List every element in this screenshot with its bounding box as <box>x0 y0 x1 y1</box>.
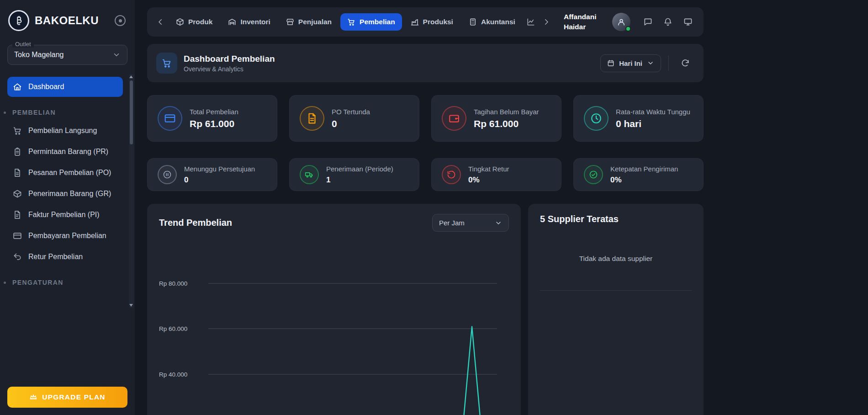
sidebar-scrollbar[interactable] <box>129 74 134 308</box>
bell-icon[interactable] <box>659 13 677 31</box>
stat-card-total-pembelian: Total Pembelian Rp 61.000 <box>147 95 277 142</box>
chart-title: Trend Pembelian <box>159 218 232 228</box>
scrollbar-thumb[interactable] <box>130 80 133 144</box>
stat-label: Tingkat Retur <box>468 165 509 174</box>
sidebar-item-faktur-pembelian[interactable]: Faktur Pembelian (PI) <box>7 205 123 225</box>
file-text-icon <box>13 168 22 177</box>
stat-card-menunggu-persetujuan: Menunggu Persetujuan 0 <box>147 158 277 191</box>
stat-label: Ketepatan Pengiriman <box>610 165 678 174</box>
nav-item-label: Produksi <box>423 18 453 26</box>
section-label: PENGATURAN <box>12 279 64 286</box>
sidebar-item-permintaan-barang[interactable]: Permintaan Barang (PR) <box>7 142 123 162</box>
monitor-icon[interactable] <box>679 13 697 31</box>
sidebar-item-label: Pesanan Pembelian (PO) <box>28 169 111 177</box>
sidebar: BAKOELKU Outlet Toko Magelang Dashboard … <box>0 0 135 415</box>
nav-item-penjualan[interactable]: Penjualan <box>279 13 339 31</box>
interval-dropdown[interactable]: Per Jam <box>432 214 509 232</box>
sidebar-item-pembelian-langsung[interactable]: Pembelian Langsung <box>7 121 123 141</box>
nav-scroll-left-button[interactable] <box>153 15 167 29</box>
chat-icon[interactable] <box>639 13 657 31</box>
stat-card-ketepatan-pengiriman: Ketepatan Pengiriman 0% <box>573 158 704 191</box>
nav-scroll-right-button[interactable] <box>540 15 553 29</box>
sidebar-item-label: Faktur Pembelian (PI) <box>28 211 100 219</box>
crown-icon <box>29 393 37 401</box>
y-tick-80000: Rp 80.000 <box>159 280 205 287</box>
nav-item-produksi[interactable]: Produksi <box>404 13 460 31</box>
nav-item-akuntansi[interactable]: Akuntansi <box>462 13 522 31</box>
clipboard-icon <box>13 147 22 156</box>
online-status-dot <box>625 26 631 32</box>
section-pengaturan: PENGATURAN <box>7 279 123 286</box>
period-filter-dropdown[interactable]: Hari Ini <box>600 54 661 72</box>
avatar[interactable] <box>612 13 630 31</box>
stat-value: 0 <box>332 118 370 129</box>
wallet-icon <box>442 106 466 131</box>
stat-card-rata-rata-waktu-tunggu: Rata-rata Waktu Tunggu 0 hari <box>573 95 704 142</box>
check-circle-icon <box>584 165 603 184</box>
scrollbar-up-icon[interactable] <box>129 75 133 78</box>
suppliers-empty-text: Tidak ada data supplier <box>540 255 692 263</box>
invoice-icon <box>13 210 22 219</box>
outlet-selector[interactable]: Outlet Toko Magelang <box>7 45 127 65</box>
stat-value: Rp 61.000 <box>474 118 539 129</box>
sidebar-item-retur-pembelian[interactable]: Retur Pembelian <box>7 247 123 267</box>
scrollbar-down-icon[interactable] <box>129 304 133 307</box>
cart-icon <box>13 126 22 135</box>
stats-secondary-row: Menunggu Persetujuan 0 Penerimaan (Perio… <box>147 158 704 191</box>
cart-tile-icon <box>156 53 177 74</box>
package-icon <box>13 189 22 198</box>
sidebar-item-label: Penerimaan Barang (GR) <box>28 190 111 198</box>
nav-item-label: Pembelian <box>360 18 395 26</box>
refresh-icon[interactable] <box>676 54 694 72</box>
truck-icon <box>300 165 319 184</box>
divider <box>540 290 692 291</box>
user-name: Affandani Haidar <box>564 12 606 32</box>
nav-item-label: Produk <box>188 18 212 26</box>
sidebar-nav: Dashboard PEMBELIAN Pembelian Langsung P… <box>7 77 127 286</box>
rotate-ccw-icon <box>442 165 461 184</box>
upgrade-label: UPGRADE PLAN <box>42 393 105 401</box>
stat-value: 0% <box>610 176 678 185</box>
stats-primary-row: Total Pembelian Rp 61.000 PO Tertunda 0 … <box>147 95 704 142</box>
chevron-down-icon <box>647 59 654 67</box>
chevron-down-icon <box>112 51 121 59</box>
brand-logo-icon <box>8 10 29 31</box>
chevron-down-icon <box>495 219 502 227</box>
sidebar-collapse-button[interactable] <box>115 15 126 26</box>
nav-item-label: Inventori <box>240 18 270 26</box>
box-icon <box>176 18 184 26</box>
main-area: Produk Inventori Penjualan Pembelian Pro… <box>135 0 868 415</box>
calculator-icon <box>469 18 477 26</box>
stat-label: Rata-rata Waktu Tunggu <box>616 107 690 117</box>
nav-item-label: Akuntansi <box>481 18 515 26</box>
stat-value: 0 hari <box>616 118 690 129</box>
page-header-card: Dashboard Pembelian Overview & Analytics… <box>147 44 704 82</box>
nav-item-produk[interactable]: Produk <box>169 13 219 31</box>
stat-value: Rp 61.000 <box>190 118 238 129</box>
nav-item-pembelian[interactable]: Pembelian <box>340 13 402 31</box>
factory-icon <box>411 18 419 26</box>
page-title: Dashboard Pembelian <box>184 54 275 64</box>
sidebar-item-label: Pembayaran Pembelian <box>28 232 106 240</box>
sidebar-item-dashboard[interactable]: Dashboard <box>7 77 123 97</box>
nav-item-inventori[interactable]: Inventori <box>221 13 277 31</box>
section-bullet-icon <box>4 282 6 284</box>
stat-label: Tagihan Belum Bayar <box>474 107 539 117</box>
outlet-label: Outlet <box>12 41 34 48</box>
credit-card-icon <box>13 231 22 240</box>
sidebar-item-pembayaran-pembelian[interactable]: Pembayaran Pembelian <box>7 226 123 246</box>
stat-card-penerimaan-periode: Penerimaan (Periode) 1 <box>289 158 419 191</box>
stat-label: Menunggu Persetujuan <box>184 165 255 174</box>
trend-chart-card: Trend Pembelian Per Jam Rp 80.000 Rp 60.… <box>147 204 521 415</box>
sidebar-item-pesanan-pembelian[interactable]: Pesanan Pembelian (PO) <box>7 163 123 183</box>
stat-value: 1 <box>326 176 393 185</box>
upgrade-plan-button[interactable]: UPGRADE PLAN <box>7 387 127 408</box>
sidebar-item-penerimaan-barang[interactable]: Penerimaan Barang (GR) <box>7 184 123 204</box>
sidebar-item-label: Permintaan Barang (PR) <box>28 148 108 156</box>
interval-value: Per Jam <box>439 219 465 227</box>
section-bullet-icon <box>4 112 6 114</box>
nav-item-laporan-icon[interactable] <box>524 15 538 29</box>
clock-pause-icon <box>158 165 177 184</box>
clock-icon <box>584 106 609 131</box>
sidebar-item-label: Pembelian Langsung <box>28 127 97 135</box>
